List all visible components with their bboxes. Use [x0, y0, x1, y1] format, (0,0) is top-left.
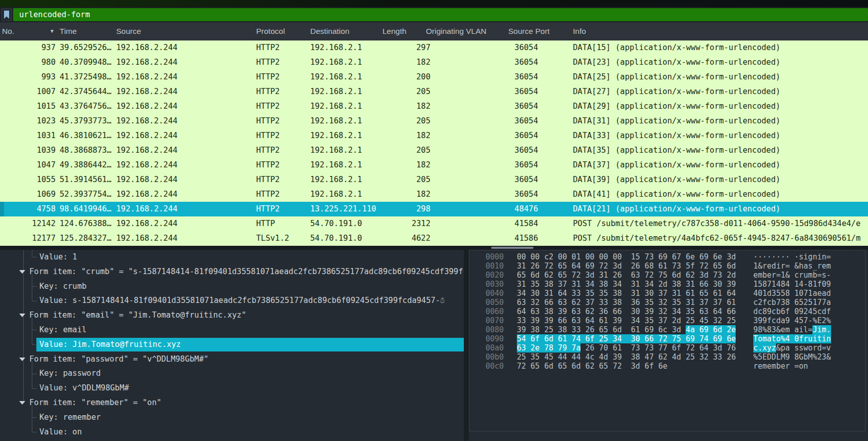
- packet-row[interactable]: 106952.3937754…192.168.2.244HTTP2192.168…: [0, 187, 868, 202]
- column-header-source[interactable]: Source: [116, 22, 141, 40]
- hex-ascii-column[interactable]: 98%83&em ail=Jim.: [753, 325, 831, 334]
- hex-row[interactable]: 002065 6d 62 65 72 3d 31 26 63 72 75 6d …: [469, 271, 865, 280]
- hex-bytes-column[interactable]: 72 65 6d 65 6d 62 65 72 3d 6f 6e: [517, 362, 667, 371]
- hex-highlighted-segment: c.xyz: [753, 343, 776, 352]
- hex-row[interactable]: 00b025 35 45 44 44 4c 4d 39 38 47 62 4d …: [469, 352, 865, 362]
- hex-row[interactable]: 009054 6f 6d 61 74 6f 25 34 30 66 72 75 …: [469, 334, 865, 343]
- hex-bytes-column[interactable]: 33 39 39 66 63 64 61 39 34 35 37 2d 25 4…: [517, 316, 736, 325]
- cell-destination: 54.70.191.0: [310, 231, 362, 246]
- hex-ascii-column[interactable]: ember=1& crumb=s-: [753, 271, 831, 280]
- hex-bytes-column[interactable]: 54 6f 6d 61 74 6f 25 34 30 66 72 75 69 7…: [517, 334, 736, 343]
- hex-row[interactable]: 004034 30 31 64 33 35 35 38 31 30 37 31 …: [469, 289, 865, 298]
- horizontal-pane-splitter[interactable]: [0, 246, 868, 250]
- hex-ascii-column[interactable]: c.xyz&pa ssword=v: [753, 343, 831, 352]
- packet-row[interactable]: 12142124.676388…192.168.2.244HTTP54.70.1…: [0, 216, 868, 231]
- detail-row-form-item[interactable]: Form item: "remember" = "on": [0, 395, 464, 410]
- hex-ascii-column[interactable]: dc89cb6f 09245cdf: [753, 307, 831, 316]
- packet-row[interactable]: 105551.3914561…192.168.2.244HTTP2192.168…: [0, 172, 868, 187]
- detail-row-form-item[interactable]: Form item: "password" = "v^DDLM98GbM#": [0, 352, 464, 367]
- column-header-info[interactable]: Info: [573, 22, 586, 40]
- column-header-time[interactable]: Time: [60, 22, 77, 40]
- packet-row[interactable]: 475898.6419946…192.168.2.244HTTP213.225.…: [0, 202, 868, 216]
- hex-bytes-column[interactable]: 00 00 c2 00 01 00 00 00 15 73 69 67 6e 6…: [517, 252, 736, 261]
- hex-row[interactable]: 007033 39 39 66 63 64 61 39 34 35 37 2d …: [469, 316, 865, 325]
- detail-row[interactable]: Value: 1: [0, 250, 464, 264]
- hex-ascii-column[interactable]: ········ ·signin=: [753, 252, 831, 261]
- detail-row[interactable]: Value: v^DDLM98GbM#: [0, 381, 464, 395]
- detail-row[interactable]: Key: email: [0, 323, 464, 337]
- packet-row[interactable]: 104749.3886442…192.168.2.244HTTP2192.168…: [0, 158, 868, 172]
- packet-row[interactable]: 12177125.284327…192.168.2.244TLSv1.254.7…: [0, 231, 868, 246]
- hex-ascii-column[interactable]: 1&redir= &has_rem: [753, 261, 831, 271]
- hex-ascii-column[interactable]: c2fcb738 6525177a: [753, 298, 831, 307]
- hex-ascii-column[interactable]: 401d3558 1071aead: [753, 289, 831, 298]
- expand-triangle-icon[interactable]: [19, 401, 25, 405]
- detail-row[interactable]: Value: s-1587148414-81f09401d35581071aea…: [0, 293, 464, 308]
- hex-bytes-column[interactable]: 25 35 45 44 44 4c 4d 39 38 47 62 4d 25 3…: [517, 352, 736, 362]
- hex-row[interactable]: 008039 38 25 38 33 26 65 6d 61 69 6c 3d …: [469, 325, 865, 334]
- cell-time: 49.3886442…: [60, 158, 112, 172]
- detail-row[interactable]: Value: on: [0, 425, 464, 439]
- hex-row[interactable]: 003031 35 38 37 31 34 38 34 31 34 2d 38 …: [469, 280, 865, 289]
- hex-highlighted-segment: Tomato%4 0fruitin: [753, 334, 831, 343]
- hex-row[interactable]: 000000 00 c2 00 01 00 00 00 15 73 69 67 …: [469, 252, 865, 261]
- packet-row[interactable]: 102345.3793773…192.168.2.244HTTP2192.168…: [0, 114, 868, 128]
- column-header-length[interactable]: Length: [382, 22, 406, 40]
- cell-protocol: HTTP2: [256, 70, 280, 84]
- hex-ascii-column[interactable]: Tomato%4 0fruitin: [753, 334, 831, 343]
- hex-row[interactable]: 001031 26 72 65 64 69 72 3d 26 68 61 73 …: [469, 261, 865, 271]
- packet-row[interactable]: 103948.3868873…192.168.2.244HTTP2192.168…: [0, 143, 868, 158]
- column-header-source-port[interactable]: Source Port: [508, 22, 550, 40]
- hex-bytes-column[interactable]: 65 6d 62 65 72 3d 31 26 63 72 75 6d 62 3…: [517, 271, 736, 280]
- hex-bytes-column[interactable]: 31 35 38 37 31 34 38 34 31 34 2d 38 31 6…: [517, 280, 736, 289]
- hex-row[interactable]: 006064 63 38 39 63 62 36 66 30 39 32 34 …: [469, 307, 865, 316]
- column-header-protocol[interactable]: Protocol: [256, 22, 285, 40]
- detail-row[interactable]: Key: remember: [0, 410, 464, 425]
- hex-bytes-column[interactable]: 31 26 72 65 64 69 72 3d 26 68 61 73 5f 7…: [517, 261, 736, 271]
- tree-guide-tick: [32, 432, 37, 432]
- column-header-no[interactable]: No.: [2, 22, 14, 40]
- hex-ascii-column[interactable]: remember =on: [753, 362, 808, 371]
- hex-bytes-column[interactable]: 34 30 31 64 33 35 35 38 31 30 37 31 61 6…: [517, 289, 736, 298]
- packet-row[interactable]: 99341.3725498…192.168.2.244HTTP2192.168.…: [0, 70, 868, 84]
- cell-source_port: 36054: [483, 143, 538, 158]
- packet-row[interactable]: 93739.6529526…192.168.2.244HTTP2192.168.…: [0, 40, 868, 55]
- hex-bytes-column[interactable]: 39 38 25 38 33 26 65 6d 61 69 6c 3d 4a 6…: [517, 325, 736, 334]
- detail-row-form-item[interactable]: Form item: "crumb" = "s-1587148414-81f09…: [0, 264, 464, 279]
- hex-ascii-column[interactable]: 15871484 14-81f09: [753, 280, 831, 289]
- hex-bytes-column[interactable]: 64 63 38 39 63 62 36 66 30 39 32 34 35 6…: [517, 307, 736, 316]
- tree-guide-line: [32, 425, 32, 432]
- filter-bookmark-button[interactable]: [1, 8, 12, 21]
- expand-triangle-icon[interactable]: [19, 270, 25, 274]
- detail-row[interactable]: Value: Jim.Tomato@fruitinc.xyz: [0, 337, 464, 352]
- packet-row[interactable]: 101543.3764756…192.168.2.244HTTP2192.168…: [0, 99, 868, 114]
- column-header-destination[interactable]: Destination: [310, 22, 350, 40]
- hex-ascii-column[interactable]: 399fcda9 457-%E2%: [753, 316, 831, 325]
- display-filter-input[interactable]: urlencoded-form: [13, 8, 868, 21]
- hex-bytes-column[interactable]: 63 2e 78 79 7a 26 70 61 73 73 77 6f 72 6…: [517, 343, 736, 352]
- detail-row-text: Value: s-1587148414-81f09401d35581071aea…: [39, 293, 445, 308]
- packet-row[interactable]: 103146.3810621…192.168.2.244HTTP2192.168…: [0, 128, 868, 143]
- splitter-grip[interactable]: [491, 247, 534, 249]
- hex-row[interactable]: 005063 32 66 63 62 37 33 38 36 35 32 35 …: [469, 298, 865, 307]
- packet-details-tree: Value: 1Form item: "crumb" = "s-15871484…: [0, 250, 464, 439]
- expand-triangle-icon[interactable]: [19, 358, 25, 361]
- expand-triangle-icon[interactable]: [19, 314, 25, 317]
- column-header-originating-vlan[interactable]: Originating VLAN: [426, 22, 487, 40]
- vertical-pane-splitter[interactable]: [464, 250, 469, 441]
- cell-no: 12142: [0, 216, 56, 231]
- cell-length: 205: [375, 172, 430, 187]
- cell-source_port: 36054: [483, 40, 538, 55]
- packet-row[interactable]: 98040.3709948…192.168.2.244HTTP2192.168.…: [0, 55, 868, 70]
- hex-ascii-column[interactable]: %5EDDLM9 8GbM%23&: [753, 352, 831, 362]
- detail-row[interactable]: Key: password: [0, 366, 464, 381]
- detail-row[interactable]: Key: crumb: [0, 279, 464, 294]
- cell-source_port: 48476: [483, 202, 538, 216]
- detail-row-form-item[interactable]: Form item: "email" = "Jim.Tomato@fruitin…: [0, 308, 464, 323]
- hex-bytes-column[interactable]: 63 32 66 63 62 37 33 38 36 35 32 35 31 3…: [517, 298, 736, 307]
- packet-row[interactable]: 100742.3745644…192.168.2.244HTTP2192.168…: [0, 84, 868, 99]
- cell-destination: 192.168.2.1: [310, 99, 362, 114]
- hex-row[interactable]: 00c072 65 6d 65 6d 62 65 72 3d 6f 6ereme…: [469, 362, 865, 371]
- hex-row[interactable]: 00a063 2e 78 79 7a 26 70 61 73 73 77 6f …: [469, 343, 865, 352]
- packet-details-pane: Value: 1Form item: "crumb" = "s-15871484…: [0, 250, 464, 441]
